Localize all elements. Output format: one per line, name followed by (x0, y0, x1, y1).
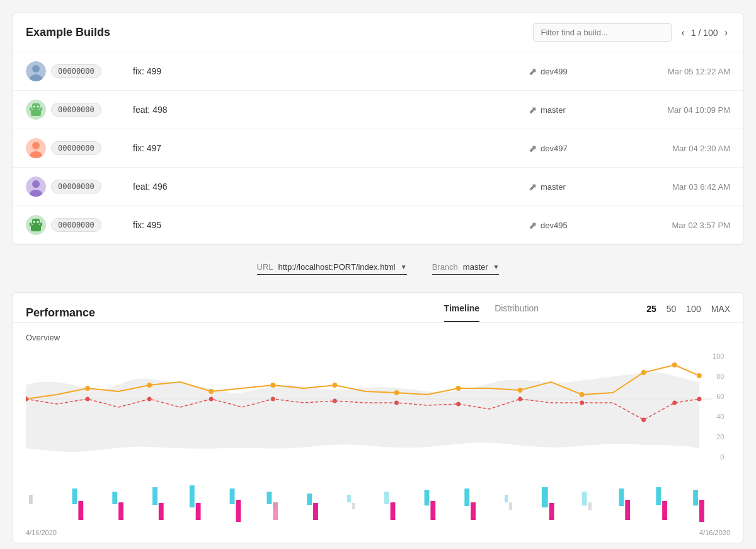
svg-point-47 (271, 397, 275, 402)
branch-name: dev497 (541, 144, 568, 153)
svg-rect-57 (72, 488, 77, 504)
svg-rect-80 (505, 495, 508, 502)
svg-rect-77 (430, 501, 435, 520)
branch-label: Branch (432, 262, 458, 272)
perf-tabs: Timeline Distribution (336, 303, 647, 322)
build-branch: ⬈ dev497 (529, 142, 629, 154)
branch-icon: ⬈ (529, 66, 537, 78)
build-id: 00000000 (51, 218, 101, 232)
chart-area: Overview 100 80 60 40 20 0 (13, 323, 743, 543)
chart-date-end: 4/16/2020 (699, 529, 730, 536)
table-row[interactable]: 00000000 feat: 498 ⬈ master Mar 04 10:09… (13, 91, 743, 129)
filter-input[interactable] (533, 23, 672, 42)
svg-rect-7 (31, 110, 41, 116)
build-message: fix: 495 (133, 220, 529, 230)
svg-rect-8 (30, 107, 32, 111)
build-branch: ⬈ dev495 (529, 219, 629, 231)
pagination-next-button[interactable]: › (722, 26, 730, 39)
build-date: Mar 04 10:09 PM (629, 105, 730, 115)
svg-rect-61 (152, 487, 158, 505)
table-row[interactable]: 00000000 fix: 499 ⬈ dev499 Mar 05 12:22 … (13, 52, 743, 91)
branch-name: dev495 (541, 221, 568, 230)
svg-rect-84 (582, 492, 587, 506)
svg-point-38 (518, 388, 523, 393)
url-label: URL (257, 262, 273, 272)
build-branch: ⬈ dev499 (529, 66, 629, 78)
pagination: ‹ 1 / 100 › (679, 26, 730, 39)
svg-text:20: 20 (716, 433, 724, 441)
branch-icon: ⬈ (529, 219, 537, 231)
svg-point-35 (332, 383, 337, 388)
svg-rect-71 (313, 503, 318, 520)
svg-point-50 (456, 402, 461, 407)
performance-header: Performance Timeline Distribution 25 50 … (13, 293, 743, 323)
url-value: http://localhost:PORT/index.html (278, 262, 396, 272)
range-100-button[interactable]: 100 (686, 304, 701, 314)
svg-rect-87 (625, 500, 630, 520)
branch-icon: ⬈ (529, 142, 537, 154)
url-selector[interactable]: URL http://localhost:PORT/index.html ▼ (257, 262, 407, 275)
svg-rect-64 (196, 503, 201, 520)
svg-rect-56 (29, 495, 33, 504)
bar-chart (26, 476, 730, 526)
range-50-button[interactable]: 50 (667, 304, 677, 314)
range-max-button[interactable]: MAX (711, 304, 730, 314)
svg-point-51 (518, 397, 522, 402)
svg-rect-73 (352, 503, 355, 509)
build-id: 00000000 (51, 141, 101, 155)
svg-rect-75 (391, 502, 396, 520)
build-badge: 00000000 (26, 215, 133, 235)
build-message: feat: 496 (133, 182, 529, 192)
svg-point-46 (209, 397, 214, 402)
table-row[interactable]: 00000000 fix: 495 ⬈ dev495 Mar 02 3:57 P… (13, 206, 743, 244)
line-chart: 100 80 60 40 20 0 (26, 347, 730, 473)
svg-rect-21 (30, 222, 32, 226)
branch-selector[interactable]: Branch master ▼ (432, 262, 500, 275)
pagination-prev-button[interactable]: ‹ (679, 26, 687, 39)
build-badge: 00000000 (26, 176, 133, 197)
build-badge: 00000000 (26, 100, 133, 120)
svg-rect-91 (699, 500, 704, 522)
svg-point-49 (394, 401, 399, 405)
svg-rect-78 (464, 488, 469, 506)
branch-dropdown-icon: ▼ (493, 263, 500, 270)
build-message: fix: 497 (133, 143, 529, 153)
svg-point-41 (672, 362, 677, 367)
svg-rect-59 (112, 492, 117, 504)
chart-dates: 4/16/2020 4/16/2020 (26, 526, 730, 536)
range-25-button[interactable]: 25 (646, 304, 656, 314)
svg-rect-70 (307, 494, 312, 505)
svg-point-54 (672, 401, 677, 405)
svg-rect-82 (542, 487, 548, 507)
svg-text:80: 80 (716, 373, 724, 380)
build-badge: 00000000 (26, 138, 133, 158)
tab-distribution[interactable]: Distribution (495, 303, 539, 322)
table-row[interactable]: 00000000 fix: 497 ⬈ dev497 Mar 04 2:30 A… (13, 129, 743, 168)
build-date: Mar 03 6:42 AM (629, 182, 730, 192)
url-dropdown-icon: ▼ (401, 263, 407, 270)
builds-list: 00000000 fix: 499 ⬈ dev499 Mar 05 12:22 … (13, 52, 743, 244)
svg-point-39 (580, 392, 585, 397)
svg-rect-62 (159, 503, 164, 520)
build-message: feat: 498 (133, 105, 529, 115)
perf-range-buttons: 25 50 100 MAX (646, 304, 730, 321)
svg-rect-63 (190, 485, 195, 507)
branch-name: master (541, 182, 566, 192)
svg-rect-72 (347, 495, 351, 502)
svg-point-14 (32, 180, 40, 188)
build-id: 00000000 (51, 180, 101, 194)
svg-text:0: 0 (720, 453, 724, 461)
svg-rect-20 (31, 225, 41, 231)
svg-point-1 (32, 65, 40, 72)
svg-rect-65 (230, 488, 235, 504)
table-row[interactable]: 00000000 feat: 496 ⬈ master Mar 03 6:42 … (13, 168, 743, 206)
build-badge: 00000000 (26, 61, 133, 81)
svg-text:100: 100 (713, 352, 724, 360)
svg-point-42 (697, 373, 702, 378)
tab-timeline[interactable]: Timeline (444, 303, 480, 322)
build-date: Mar 02 3:57 PM (629, 221, 730, 230)
builds-header-right: ‹ 1 / 100 › (533, 23, 730, 42)
svg-rect-79 (471, 502, 476, 520)
avatar (26, 176, 46, 197)
performance-title: Performance (26, 306, 336, 320)
